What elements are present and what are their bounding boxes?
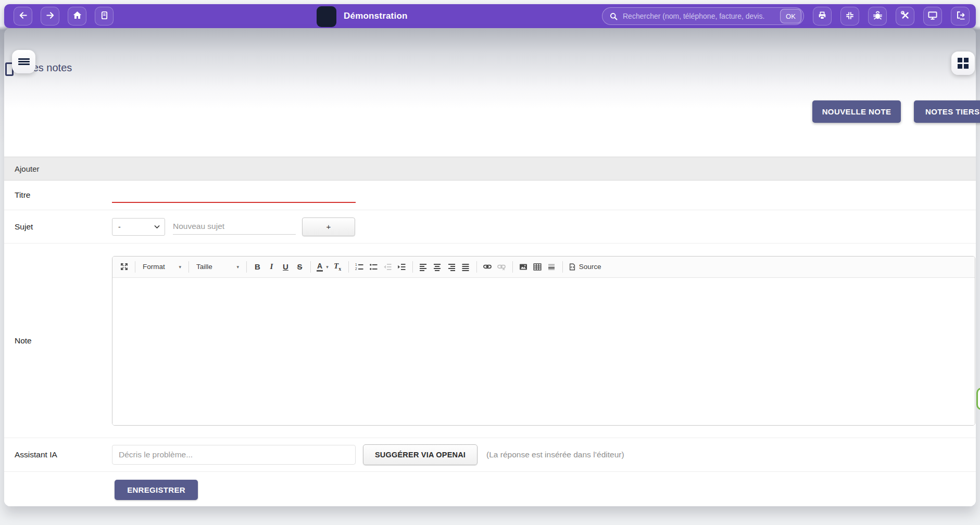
editor-content-area[interactable] [112,278,975,425]
topbar-right-group: OK [602,7,970,25]
horizontal-rule-icon[interactable] [545,260,559,274]
caret-down-icon: ▾ [236,264,239,270]
format-dropdown[interactable]: Format▾ [139,263,185,271]
strikethrough-button[interactable]: S [293,260,307,274]
align-right-icon[interactable] [445,260,459,274]
unlink-icon[interactable] [495,260,509,274]
maximize-icon[interactable] [117,260,131,274]
toolbar-separator [476,261,477,273]
assistant-input[interactable] [112,445,356,465]
apps-grid-button[interactable] [951,52,975,75]
arrow-left-icon [18,10,28,22]
rich-text-editor: Format▾ Taille▾ B I U S A [112,256,975,426]
sujet-row: Sujet - + [4,210,976,244]
sign-out-icon [956,10,965,22]
remove-format-button[interactable]: Tx [331,260,345,274]
link-icon[interactable] [481,260,495,274]
journal-icon [100,10,109,22]
underline-button[interactable]: U [279,260,293,274]
tools-button[interactable] [896,7,914,25]
size-dropdown[interactable]: Taille▾ [193,263,243,271]
toolbar-separator [135,261,135,273]
global-search: OK [602,7,804,25]
debug-button[interactable] [868,7,887,25]
content-card: Ajouter Titre Sujet - + Note [4,28,976,506]
format-dropdown-label: Format [143,263,165,271]
third-party-notes-button[interactable]: NOTES TIERS [914,100,980,123]
size-dropdown-label: Taille [196,263,212,271]
editor-toolbar: Format▾ Taille▾ B I U S A [112,257,975,278]
titre-row: Titre [4,181,976,210]
add-subject-button[interactable]: + [302,217,355,236]
bullet-list-icon[interactable] [367,260,381,274]
table-icon[interactable] [531,260,545,274]
back-button[interactable] [14,7,32,25]
search-icon [609,12,618,21]
svg-text:1: 1 [355,263,357,266]
search-input[interactable] [623,12,775,20]
ordered-list-icon[interactable]: 12 [353,260,367,274]
remove-format-icon: Tx [334,262,341,272]
suggest-openai-button[interactable]: SUGGÉRER VIA OPENAI [363,444,478,465]
caret-down-icon: ▾ [326,264,329,270]
nav-history-group [14,7,114,25]
app-screen: Démonstration OK [0,0,980,525]
new-note-button[interactable]: NOUVELLE NOTE [812,100,901,123]
text-color-icon: A [317,262,323,272]
form-section-header: Ajouter [4,157,976,181]
toolbar-separator [412,261,413,273]
align-center-icon[interactable] [431,260,445,274]
compress-screen-button[interactable] [840,7,859,25]
titre-input[interactable] [112,187,356,203]
toolbar-separator [512,261,513,273]
source-button[interactable]: Source [567,260,604,274]
home-button[interactable] [68,7,86,25]
text-color-button[interactable]: A ▾ [315,260,331,274]
screen-button[interactable] [923,7,942,25]
assistant-hint-text: (La réponse est insérée dans l’éditeur) [486,450,624,459]
logout-button[interactable] [951,7,970,25]
outdent-icon[interactable] [381,260,395,274]
justify-icon[interactable] [459,260,473,274]
indent-icon[interactable] [395,260,409,274]
app-title: Démonstration [344,11,408,21]
subject-select[interactable]: - [112,218,165,236]
forward-button[interactable] [41,7,59,25]
print-button[interactable] [813,7,832,25]
search-submit-button[interactable]: OK [780,9,801,23]
hamburger-icon [18,57,30,67]
compress-icon [845,11,855,22]
green-edge-button[interactable] [976,388,980,410]
brand: Démonstration [317,4,408,28]
assistant-label: Assistant IA [4,450,112,459]
italic-button[interactable]: I [265,260,279,274]
assistant-row: Assistant IA SUGGÉRER VIA OPENAI (La rép… [4,438,976,472]
source-doc-icon [569,263,576,271]
top-navigation-bar: Démonstration OK [4,4,976,28]
toolbar-separator [348,261,349,273]
toolbar-separator [189,261,189,273]
bold-button[interactable]: B [250,260,265,274]
image-icon[interactable] [517,260,531,274]
new-subject-input[interactable] [173,219,296,235]
toolbar-separator [310,261,311,273]
desktop-icon [927,10,938,22]
bug-icon [873,10,883,22]
grid-icon [958,58,969,69]
chevron-down-icon [154,225,160,229]
toolbar-separator [562,261,563,273]
align-left-icon[interactable] [417,260,431,274]
subject-select-value: - [118,223,121,231]
menu-toggle-button[interactable] [12,50,35,73]
toolbar-separator [246,261,247,273]
save-row: ENREGISTRER [4,472,976,506]
save-button[interactable]: ENREGISTRER [115,480,198,500]
journal-button[interactable] [95,7,114,25]
printer-icon [818,11,827,22]
note-row: Note Format▾ Taille▾ [4,244,976,438]
source-label: Source [579,263,601,271]
titre-label: Titre [4,190,112,200]
sujet-label: Sujet [4,222,112,232]
tools-icon [900,10,910,22]
caret-down-icon: ▾ [179,264,181,270]
